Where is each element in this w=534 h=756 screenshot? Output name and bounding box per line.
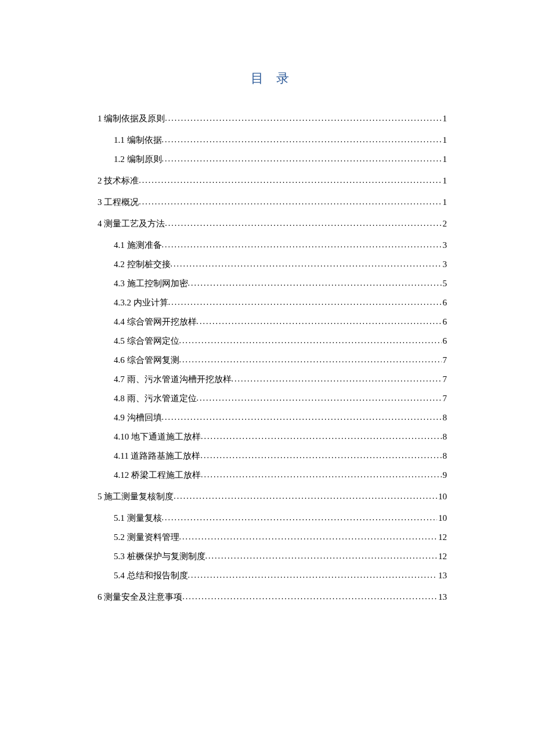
- toc-entry: 5.2 测量资料管理 12: [98, 532, 447, 543]
- toc-label: 4.3.2 内业计算: [114, 297, 168, 308]
- toc-page-number: 5: [442, 279, 448, 289]
- toc-page-number: 8: [442, 451, 448, 461]
- toc-dots: [197, 394, 442, 403]
- toc-page-number: 8: [442, 432, 448, 442]
- toc-page-number: 1: [442, 176, 448, 186]
- toc-entry: 4.8 雨、污水管道定位 7: [98, 393, 447, 404]
- toc-dots: [162, 413, 442, 422]
- toc-label: 4.10 地下通道施工放样: [114, 431, 201, 442]
- toc-dots: [165, 219, 441, 228]
- toc-page-number: 10: [437, 513, 447, 523]
- toc-page-number: 1: [442, 135, 448, 145]
- toc-entry: 4 测量工艺及方法 2: [98, 218, 447, 229]
- toc-entry: 5 施工测量复核制度 10: [98, 491, 447, 502]
- toc-label: 4.6 综合管网复测: [114, 355, 179, 366]
- toc-entry: 4.1 施测准备 3: [98, 240, 447, 251]
- toc-dots: [174, 492, 437, 501]
- toc-label: 5.2 测量资料管理: [114, 532, 179, 543]
- toc-label: 1.1 编制依据: [114, 135, 162, 146]
- toc-dots: [162, 513, 438, 523]
- toc-label: 5 施工测量复核制度: [98, 491, 174, 502]
- toc-entry: 4.5 综合管网定位 6: [98, 336, 447, 347]
- toc-entry: 4.4 综合管网开挖放样 6: [98, 316, 447, 327]
- toc-label: 5.3 桩橛保护与复测制度: [114, 551, 205, 562]
- toc-dots: [188, 279, 442, 288]
- toc-dots: [162, 154, 442, 164]
- toc-entry: 3 工程概况 1: [98, 197, 447, 208]
- toc-entry: 4.6 综合管网复测 7: [98, 355, 447, 366]
- toc-entry: 5.4 总结和报告制度 13: [98, 570, 447, 581]
- toc-dots: [179, 532, 438, 542]
- toc-dots: [205, 552, 438, 561]
- toc-page-number: 10: [437, 492, 447, 502]
- toc-entry: 4.3 施工控制网加密 5: [98, 278, 447, 289]
- toc-page-number: 1: [442, 114, 448, 124]
- toc-dots: [179, 355, 442, 365]
- toc-page: 目 录 1 编制依据及原则 1 1.1 编制依据 1 1.2 编制原则 1 2 …: [0, 0, 534, 603]
- toc-page-number: 6: [442, 336, 448, 346]
- toc-label: 4.8 雨、污水管道定位: [114, 393, 197, 404]
- toc-dots: [182, 592, 437, 602]
- toc-page-number: 1: [442, 197, 448, 207]
- toc-entry: 4.2 控制桩交接 3: [98, 259, 447, 270]
- toc-label: 5.4 总结和报告制度: [114, 570, 188, 581]
- toc-label: 4.1 施测准备: [114, 240, 162, 251]
- toc-page-number: 13: [437, 592, 447, 602]
- toc-page-number: 1: [442, 154, 448, 164]
- toc-entry: 5.1 测量复核 10: [98, 513, 447, 524]
- toc-dots: [165, 114, 441, 123]
- toc-page-number: 3: [442, 260, 448, 269]
- toc-dots: [179, 336, 442, 345]
- toc-label: 4.5 综合管网定位: [114, 336, 179, 347]
- toc-label: 4.12 桥梁工程施工放样: [114, 470, 201, 481]
- toc-dots: [162, 240, 442, 250]
- toc-page-number: 6: [442, 317, 448, 327]
- toc-label: 6 测量安全及注意事项: [98, 592, 182, 603]
- toc-label: 2 技术标准: [98, 175, 139, 186]
- toc-label: 1.2 编制原则: [114, 154, 162, 165]
- toc-entry: 4.9 沟槽回填 8: [98, 412, 447, 423]
- toc-label: 4.11 道路路基施工放样: [114, 451, 200, 462]
- toc-entry: 1 编制依据及原则 1: [98, 113, 447, 124]
- toc-entry: 4.12 桥梁工程施工放样 9: [98, 470, 447, 481]
- toc-dots: [162, 135, 442, 145]
- toc-page-number: 13: [437, 571, 447, 581]
- toc-label: 4.4 综合管网开挖放样: [114, 316, 197, 327]
- toc-dots: [188, 571, 438, 580]
- toc-dots: [197, 317, 442, 326]
- toc-label: 3 工程概况: [98, 197, 139, 208]
- toc-page-number: 12: [437, 552, 447, 561]
- toc-label: 4.3 施工控制网加密: [114, 278, 188, 289]
- toc-entry: 4.11 道路路基施工放样 8: [98, 451, 447, 462]
- toc-page-number: 8: [442, 413, 448, 423]
- toc-entry: 6 测量安全及注意事项 13: [98, 592, 447, 603]
- toc-page-number: 12: [437, 532, 447, 542]
- toc-dots: [201, 470, 442, 480]
- toc-page-number: 7: [442, 355, 448, 365]
- toc-dots: [139, 197, 441, 207]
- toc-page-number: 7: [442, 394, 448, 404]
- toc-label: 4.9 沟槽回填: [114, 412, 162, 423]
- toc-dots: [200, 451, 441, 460]
- toc-entry: 2 技术标准 1: [98, 175, 447, 186]
- toc-dots: [168, 298, 442, 307]
- toc-entry: 4.10 地下通道施工放样 8: [98, 431, 447, 442]
- toc-dots: [201, 432, 442, 441]
- toc-dots: [232, 375, 442, 384]
- toc-page-number: 9: [442, 470, 448, 480]
- toc-page-number: 6: [442, 298, 448, 308]
- toc-page-number: 3: [442, 240, 448, 250]
- toc-label: 4 测量工艺及方法: [98, 218, 165, 229]
- toc-page-number: 2: [442, 219, 448, 229]
- toc-entry: 1.2 编制原则 1: [98, 154, 447, 165]
- toc-page-number: 7: [442, 375, 448, 384]
- toc-label: 1 编制依据及原则: [98, 113, 165, 124]
- toc-entry: 4.3.2 内业计算 6: [98, 297, 447, 308]
- toc-label: 4.7 雨、污水管道沟槽开挖放样: [114, 374, 232, 385]
- toc-dots: [171, 260, 442, 269]
- toc-label: 5.1 测量复核: [114, 513, 162, 524]
- toc-entry: 1.1 编制依据 1: [98, 135, 447, 146]
- toc-entry: 5.3 桩橛保护与复测制度 12: [98, 551, 447, 562]
- toc-dots: [139, 176, 441, 185]
- toc-label: 4.2 控制桩交接: [114, 259, 171, 270]
